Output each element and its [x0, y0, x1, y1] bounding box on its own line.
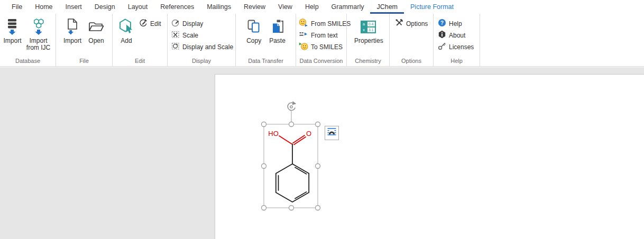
button-label: Edit — [150, 20, 161, 27]
from-text-button[interactable]: From text — [299, 31, 351, 40]
resize-handle-bottom-right[interactable] — [316, 206, 320, 210]
import-from-ijc-button[interactable]: Import from IJC — [24, 15, 53, 51]
tab-home[interactable]: Home — [29, 0, 59, 14]
licenses-key-icon — [438, 42, 446, 52]
display-pencil-circle-icon — [171, 19, 180, 29]
resize-handle-top-center[interactable] — [289, 122, 294, 127]
button-label: Open — [88, 38, 104, 44]
button-label: Licenses — [449, 43, 474, 51]
add-structure-button[interactable]: Add — [117, 15, 136, 44]
tab-review[interactable]: Review — [237, 0, 272, 14]
resize-handle-top-right[interactable] — [316, 122, 320, 127]
ribbon-group-help: ? Help About — [434, 14, 480, 66]
open-folder-icon — [88, 16, 105, 38]
layout-options-wrap-icon — [327, 127, 337, 139]
about-info-icon — [438, 30, 446, 41]
hydroxyl-atom-label: HO — [268, 130, 279, 137]
resize-handle-bottom-center[interactable] — [289, 206, 294, 210]
database-import-icon — [5, 16, 19, 38]
tab-mailings[interactable]: Mailings — [200, 0, 237, 14]
group-label-file: File — [56, 57, 112, 66]
open-button[interactable]: Open — [87, 15, 106, 44]
ribbon: Import Import from IJC Database — [0, 14, 644, 67]
add-hexagon-cursor-icon — [118, 16, 135, 38]
button-label: To SMILES — [311, 43, 343, 51]
resize-handle-mid-right[interactable] — [316, 164, 320, 169]
scale-button[interactable]: Scale — [171, 31, 233, 40]
paste-button[interactable]: Paste — [268, 15, 287, 44]
options-button[interactable]: Options — [395, 19, 428, 28]
button-label: Display and Scale — [182, 43, 233, 51]
ribbon-group-file: Import Open File — [56, 14, 113, 66]
properties-cell: 3.1 — [367, 27, 375, 33]
properties-button[interactable]: a 0.4 x 3.1 Properties — [353, 15, 383, 44]
from-smiles-smiley-icon — [299, 19, 308, 29]
copy-button[interactable]: Copy — [245, 15, 263, 44]
display-and-scale-icon — [171, 42, 180, 52]
ribbon-group-display: Display Scale — [168, 14, 236, 66]
ribbon-tab-bar: File Home Insert Design Layout Reference… — [0, 0, 644, 14]
help-question-icon: ? — [438, 19, 446, 29]
tab-layout[interactable]: Layout — [122, 0, 154, 14]
button-label: Import — [3, 38, 21, 44]
group-label-chemistry: Chemistry — [347, 57, 389, 66]
tab-view[interactable]: View — [272, 0, 299, 14]
tab-insert[interactable]: Insert — [59, 0, 88, 14]
about-button[interactable]: About — [438, 31, 474, 40]
button-label: About — [449, 32, 465, 39]
licenses-button[interactable]: Licenses — [438, 42, 474, 51]
ribbon-group-data-conversion: From SMILES From text — [296, 14, 347, 66]
file-import-icon — [66, 16, 79, 38]
import-database-button[interactable]: Import — [2, 15, 22, 44]
resize-handle-top-left[interactable] — [262, 122, 266, 127]
tab-references[interactable]: References — [154, 0, 200, 14]
tab-file[interactable]: File — [5, 0, 29, 14]
button-label: Copy — [246, 38, 261, 44]
button-label: Scale — [182, 32, 198, 39]
tab-help[interactable]: Help — [299, 0, 325, 14]
ribbon-group-options: Options Options — [390, 14, 434, 66]
paste-icon — [270, 16, 286, 38]
tab-picture-format[interactable]: Picture Format — [404, 0, 460, 14]
scale-arrows-icon — [171, 30, 180, 41]
group-label-options: Options — [390, 57, 433, 66]
button-label: Import — [63, 38, 81, 44]
button-label: From SMILES — [311, 20, 351, 27]
group-label-data-conversion: Data Conversion — [296, 57, 346, 66]
from-text-lines-icon — [299, 30, 308, 41]
tab-jchem[interactable]: JChem — [370, 0, 404, 14]
button-label: From text — [311, 32, 338, 39]
ribbon-empty-space — [480, 14, 644, 66]
button-label: Add — [121, 38, 132, 44]
ribbon-group-edit: Add Edit Edit — [113, 14, 168, 66]
resize-handle-mid-left[interactable] — [262, 164, 266, 169]
help-button[interactable]: ? Help — [438, 19, 474, 28]
from-smiles-button[interactable]: From SMILES — [299, 19, 351, 28]
ijc-hexagons-import-icon — [31, 16, 46, 38]
group-label-help: Help — [434, 57, 480, 66]
tab-grammarly[interactable]: Grammarly — [325, 0, 371, 14]
display-button[interactable]: Display — [171, 19, 233, 28]
layout-options-button[interactable] — [325, 126, 339, 140]
document-canvas-area: HO O — [0, 67, 644, 239]
button-label: Import from IJC — [25, 38, 52, 51]
resize-handle-bottom-left[interactable] — [262, 206, 266, 210]
properties-cell: 0.4 — [367, 21, 375, 27]
oxygen-atom-label: O — [306, 130, 311, 137]
button-label: Help — [449, 20, 462, 27]
rotate-handle-icon[interactable] — [288, 101, 296, 110]
tab-design[interactable]: Design — [88, 0, 122, 14]
ribbon-group-chemistry: a 0.4 x 3.1 Properties Chemistry — [347, 14, 390, 66]
ribbon-group-database: Import Import from IJC Database — [0, 14, 56, 66]
to-smiles-button[interactable]: To SMILES — [299, 42, 351, 51]
svg-text:?: ? — [440, 20, 444, 25]
group-label-data-transfer: Data Transfer — [236, 57, 296, 66]
import-file-button[interactable]: Import — [62, 15, 82, 44]
properties-grid-icon: a 0.4 x 3.1 — [361, 16, 376, 38]
button-label: Paste — [269, 38, 286, 44]
selected-molecule-object[interactable]: HO O — [252, 98, 357, 220]
copy-icon — [246, 16, 262, 38]
display-and-scale-button[interactable]: Display and Scale — [171, 42, 233, 51]
edit-structure-button[interactable]: Edit — [139, 19, 161, 28]
ribbon-group-data-transfer: Copy Paste Data Transfer — [236, 14, 296, 66]
